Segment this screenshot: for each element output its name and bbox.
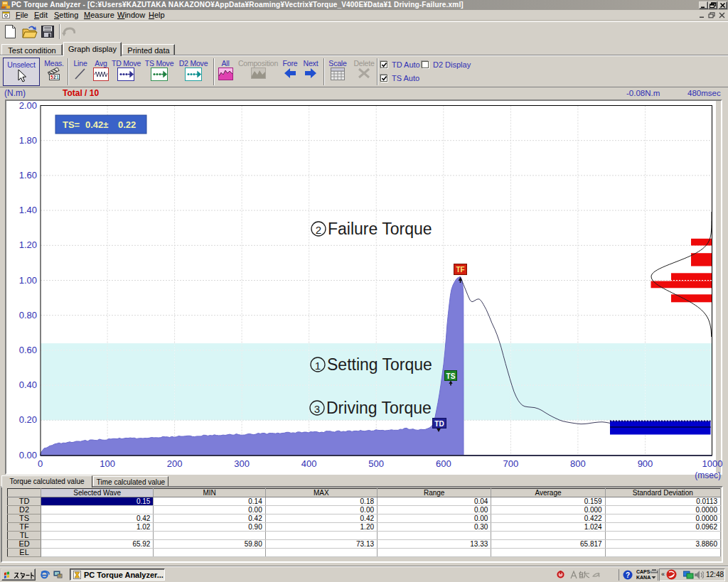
- svg-text:1: 1: [56, 75, 59, 80]
- svg-text:?: ?: [626, 571, 630, 579]
